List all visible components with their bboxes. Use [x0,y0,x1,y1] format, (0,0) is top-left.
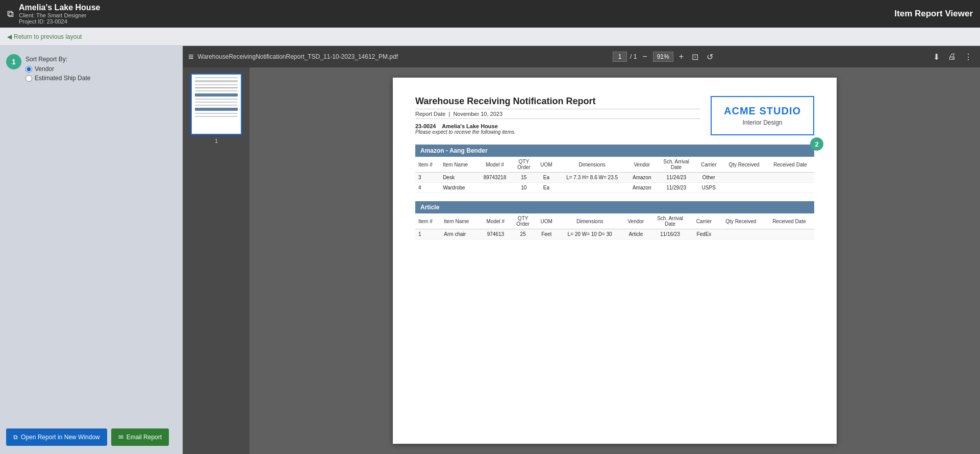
zoom-level: 91% [653,52,673,62]
col-item-name: Item Name [440,157,478,173]
col-dimensions: Dimensions [557,157,627,173]
pdf-viewer: ≡ WarehouseReceivingNotificationReport_T… [183,46,980,454]
step-badge-1: 1 [6,54,21,69]
item-num: 4 [415,183,440,193]
received-date [766,183,814,193]
item-num: 3 [415,173,440,183]
radio-vendor[interactable]: Vendor [26,65,90,73]
model-num: 89743218 [478,173,512,183]
vendor-name-amazon: Amazon - Aang Bender [420,147,488,154]
pdf-thumbnail-1[interactable] [191,74,242,135]
pdf-page-input[interactable] [613,52,627,62]
received-date [766,173,814,183]
vendor: Article [622,229,650,240]
col-arrival: Sch. ArrivalDate [650,213,690,229]
received-date [764,229,814,240]
acme-subtitle: Interior Design [724,119,801,126]
vendor-header-article: Article [415,201,814,213]
item-name: Wardrobe [440,183,478,193]
amazon-items-table: Item # Item Name Model # QTYOrder UOM Di… [415,157,814,193]
thumb-line [195,90,238,91]
col-vendor: Vendor [622,213,650,229]
main-content: 1 Sort Report By: Vendor Estimated Ship … [0,46,980,454]
return-label: Return to previous layout [14,33,82,40]
pdf-document-scroll[interactable]: Warehouse Receiving Notification Report … [249,67,980,454]
radio-ship-date[interactable]: Estimated Ship Date [26,75,90,82]
dimensions: L= 20 W= 10 D= 30 [558,229,622,240]
top-bar-left: ⧉ Amelia's Lake House Client: The Smart … [7,3,100,25]
vendor: Amazon [627,173,657,183]
thumb-line [195,113,238,114]
radio-vendor-input[interactable] [26,66,32,73]
thumb-line [195,84,238,85]
col-dimensions: Dimensions [558,213,622,229]
thumb-line [195,116,238,117]
vendor-section-amazon: Amazon - Aang Bender 2 Item # Item Name … [415,145,814,193]
annotation-badge-2: 2 [810,137,823,151]
radio-ship-date-input[interactable] [26,75,32,82]
report-title-block: Warehouse Receiving Notification Report … [415,96,700,135]
pdf-menu-icon[interactable]: ≡ [188,52,194,62]
sidebar-top: 1 Sort Report By: Vendor Estimated Ship … [6,54,177,82]
return-link[interactable]: ◀ Return to previous layout [7,33,82,40]
col-uom: UOM [535,213,558,229]
sort-radio-group: Vendor Estimated Ship Date [26,65,90,82]
thumb-line [195,99,238,100]
zoom-in-button[interactable]: + [676,51,686,62]
uom: Ea [536,173,558,183]
more-options-button[interactable]: ⋮ [962,51,975,63]
col-item-name: Item Name [441,213,480,229]
sort-row: 1 Sort Report By: Vendor Estimated Ship … [6,54,177,82]
app-title: Item Report Viewer [894,9,973,19]
table-row: 1 Arm chair 974613 25 Feet L= 20 W= 10 D… [415,229,814,240]
thumb-line [195,105,238,106]
top-bar: ⧉ Amelia's Lake House Client: The Smart … [0,0,980,28]
thumb-line [195,108,238,111]
col-vendor: Vendor [627,157,657,173]
col-qty-order: QTYOrder [512,157,535,173]
table-row: 4 Wardrobe 10 Ea Amazon 11/29/23 USPS [415,183,814,193]
qty-order: 15 [512,173,535,183]
uom: Ea [536,183,558,193]
acme-logo-box: ACME STUDIO Interior Design [711,96,814,135]
open-report-button[interactable]: ⧉ Open Report in New Window [6,428,107,446]
uom: Feet [535,229,558,240]
model-num [478,183,512,193]
return-arrow-icon: ◀ [7,33,12,40]
project-title: Amelia's Lake House [19,3,100,12]
nav-bar: ◀ Return to previous layout [0,28,980,46]
vendor-name-article: Article [420,204,439,211]
qty-order: 25 [511,229,535,240]
col-arrival: Sch. ArrivalDate [657,157,696,173]
item-num: 1 [415,229,441,240]
dimensions: L= 7.3 H= 8.6 W= 23.5 [557,173,627,183]
qty-received [722,173,766,183]
vendor-header-amazon: Amazon - Aang Bender 2 [415,145,814,157]
carrier: FedEx [690,229,718,240]
vendor: Amazon [627,183,657,193]
report-header: Warehouse Receiving Notification Report … [415,96,814,135]
download-button[interactable]: ⬇ [931,51,942,63]
email-report-label: Email Report [127,434,162,441]
open-icon: ⧉ [13,434,18,441]
vendor-section-article: Article Item # Item Name Model # QTYOrde… [415,201,814,240]
zoom-out-button[interactable]: − [640,51,649,62]
arrival-date: 11/29/23 [657,183,696,193]
project-id: Project ID: 23-0024 [19,18,100,25]
col-item-num: Item # [415,157,440,173]
external-link-icon[interactable]: ⧉ [7,9,14,19]
print-button[interactable]: 🖨 [945,51,959,62]
email-report-button[interactable]: ✉ Email Report [111,428,169,446]
pdf-thumbnails: 1 [183,67,249,454]
col-qty-order: QTYOrder [511,213,535,229]
report-project: 23-0024 Amelia's Lake House [415,123,700,129]
col-uom: UOM [536,157,558,173]
thumb-line [195,102,238,103]
rotate-button[interactable]: ↺ [704,51,716,63]
col-received-date: Received Date [766,157,814,173]
qty-order: 10 [512,183,535,193]
acme-title: ACME STUDIO [724,105,801,117]
sort-label: Sort Report By: [26,56,67,63]
col-qty-received: Qty Received [718,213,764,229]
fit-page-button[interactable]: ⊡ [689,51,701,63]
